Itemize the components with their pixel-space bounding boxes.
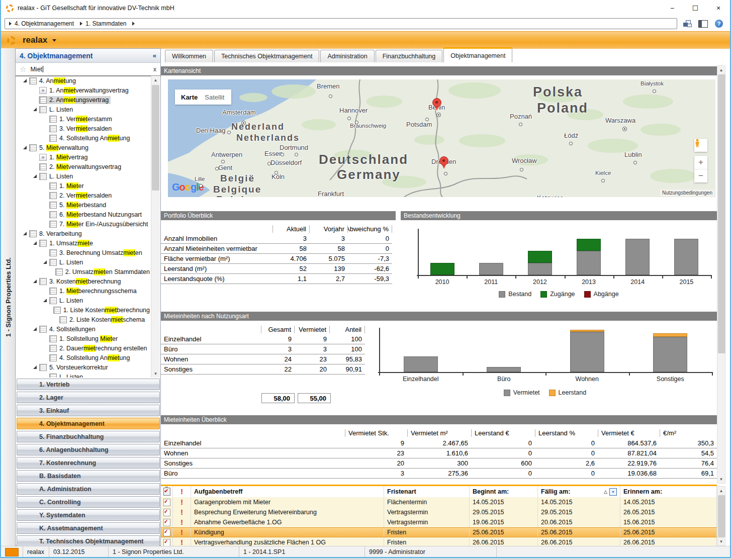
tree-item[interactable]: L. Listen [16, 257, 152, 267]
tree-expander-icon[interactable] [21, 146, 29, 149]
filter-icon[interactable]: ▼ [609, 488, 617, 496]
sidebar-section-c-controlling[interactable]: C. Controlling [17, 496, 160, 508]
scroll-up-icon[interactable]: ▲ [717, 487, 725, 495]
map-view[interactable]: Karte Satellit Google Nutzungsbedingunge… [168, 79, 715, 197]
tree-item[interactable]: ★1. Anmietverwaltungsvertrag [16, 85, 152, 95]
tree-item[interactable]: 5. Mieterbestand [16, 200, 152, 210]
sidebar-section--vertrieb[interactable]: 1. Vertrieb [17, 379, 160, 390]
tab-technisches-objektmanagement[interactable]: Technisches Objektmanagement [214, 50, 319, 62]
task-column-header[interactable]: Aufgabenbetreff [191, 486, 384, 497]
tree-item[interactable]: 1. Sollstellung Mieter [16, 334, 152, 343]
main-scrollbar[interactable]: ▲ ▼ [717, 65, 725, 484]
scrollbar-thumb[interactable] [718, 495, 725, 537]
tree-expander-icon[interactable] [31, 174, 39, 178]
tree-item[interactable]: L. Listen [16, 171, 152, 181]
brand-menu[interactable]: realax [23, 35, 47, 45]
tree-item[interactable]: 2. Vermietersalden [16, 191, 152, 200]
sidebar-section--lager[interactable]: 2. Lager [17, 392, 160, 403]
tree-scrollbar[interactable]: ▲ ▼ [151, 76, 160, 378]
tree-expander-icon[interactable] [41, 299, 49, 302]
scroll-down-icon[interactable]: ▼ [151, 369, 160, 378]
tree-item[interactable]: 1. Liste Kostenmietberechnung [16, 305, 152, 315]
chevron-down-icon[interactable] [52, 39, 56, 42]
task-edit-cell[interactable] [161, 528, 173, 537]
map-type-control[interactable]: Karte Satellit [175, 89, 231, 105]
scroll-down-icon[interactable]: ▼ [717, 537, 725, 545]
tree-item[interactable]: 2. Umsatzmieten Stammdaten [16, 267, 152, 276]
help-icon[interactable]: ? [715, 20, 723, 28]
tree-item[interactable]: 3. Vermietersalden [16, 124, 152, 133]
map-type-karte[interactable]: Karte [181, 94, 198, 101]
tree-item[interactable]: 8. Verarbeitung [16, 229, 152, 238]
task-row[interactable]: !Abnahme Gewerbefläche 1.OGVertragstermi… [161, 517, 717, 527]
tree-item[interactable]: ★1. Mietvertrag [16, 152, 152, 162]
tree-item[interactable]: 2. Mietverwaltungsvertrag [16, 162, 152, 171]
tree-item[interactable]: 4. Sollstellung Anmietung [16, 353, 152, 362]
tree-item[interactable]: 6. Mieterbestand Nutzungsart [16, 210, 152, 219]
task-edit-cell[interactable] [161, 507, 173, 517]
tab-willkommen[interactable]: Willkommen [165, 50, 213, 62]
collapse-sidebar-button[interactable]: « [153, 52, 156, 59]
pegman-control[interactable] [694, 139, 707, 152]
map-type-satellit[interactable]: Satellit [205, 94, 224, 101]
tree-item[interactable]: 1. Mietberechnungsschema [16, 286, 152, 296]
scroll-up-icon[interactable]: ▲ [717, 66, 725, 74]
close-button[interactable]: × [707, 0, 730, 16]
task-row[interactable]: !Garagenproblem mit MieterFlächentermin1… [161, 497, 717, 507]
zoom-out-button[interactable]: − [694, 169, 707, 182]
search-input[interactable]: Miet [30, 66, 43, 73]
tree-item[interactable]: 5. Vorsteuerkorrektur [16, 362, 152, 372]
zoom-in-button[interactable]: + [694, 156, 707, 169]
tree-item[interactable]: 2. Dauermietrechnung erstellen [16, 343, 152, 353]
tree-item[interactable]: 5. Mietverwaltung [16, 143, 152, 152]
task-row[interactable]: !KündigungFristen25.06.201525.06.201525.… [161, 527, 717, 537]
maximize-button[interactable]: ☐ [684, 0, 707, 16]
sidebar-section--anlagenbuchhaltung[interactable]: 6. Anlagenbuchhaltung [17, 444, 160, 455]
tree-expander-icon[interactable] [31, 365, 39, 369]
clear-search-button[interactable]: x [153, 66, 156, 73]
tree-item[interactable]: 4. Sollstellungen [16, 324, 152, 334]
task-column-header[interactable]: Beginnt am: [470, 486, 538, 497]
layout-panel-icon[interactable] [698, 20, 708, 28]
tree-item[interactable]: 3. Kostenmietberechnung [16, 276, 152, 286]
tree-item[interactable]: 2. Anmietungsvertrag [16, 95, 152, 105]
scrollbar-thumb[interactable] [718, 74, 725, 353]
tree-expander-icon[interactable] [21, 232, 29, 235]
tile-windows-icon[interactable] [683, 20, 691, 27]
tree-item[interactable]: L. Listen [16, 372, 152, 378]
sidebar-section--einkauf[interactable]: 3. Einkauf [17, 405, 160, 416]
map-zoom-control[interactable]: + − [694, 156, 707, 182]
tree-item[interactable]: 1. Umsatzmiete [16, 238, 152, 248]
tree-item[interactable]: 1. Mieter [16, 181, 152, 191]
tree-expander-icon[interactable] [31, 279, 39, 283]
tree-item[interactable]: 4. Anmietung [16, 76, 152, 85]
breadcrumb-item[interactable]: 4. Objektmanagement [15, 20, 74, 27]
map-marker-berlin[interactable] [432, 98, 441, 111]
tree-item[interactable]: 4. Sollstellung Anmietung [16, 133, 152, 143]
sidebar-section-a-administration[interactable]: A. Administration [17, 483, 160, 495]
tree-item[interactable]: 2. Liste Kostenmietschema [16, 315, 152, 324]
tree-item[interactable]: 3. Berechnung Umsatzmieten [16, 248, 152, 257]
tree-item[interactable]: L. Listen [16, 296, 152, 305]
favorite-star-icon[interactable]: ☆ [20, 65, 26, 73]
breadcrumb-item[interactable]: 1. Stammdaten [85, 20, 126, 27]
sidebar-section--kostenrechnung[interactable]: 7. Kostenrechnung [17, 457, 160, 469]
tree-item[interactable]: L. Listen [16, 105, 152, 114]
tree-item[interactable]: 1. Vermieterstamm [16, 114, 152, 124]
scrollbar-thumb[interactable] [152, 85, 159, 191]
task-column-header[interactable]: Erinnern am: [620, 486, 717, 497]
breadcrumb[interactable]: 4. Objektmanagement1. Stammdaten [5, 18, 677, 29]
sort-ascending-icon[interactable]: △ [604, 489, 607, 494]
task-column-header[interactable]: Fällig am:△▼ [538, 486, 620, 497]
sidebar-section-b-basisdaten[interactable]: B. Basisdaten [17, 470, 160, 482]
task-column-header[interactable]: Fristenart [384, 486, 470, 497]
task-row[interactable]: !Besprechung Erweiterung Mietvereinbarun… [161, 507, 717, 517]
tab-administration[interactable]: Administration [320, 50, 374, 62]
tree-expander-icon[interactable] [31, 327, 39, 331]
task-edit-cell[interactable] [161, 497, 173, 507]
minimize-button[interactable]: − [661, 0, 684, 16]
sidebar-section-y-systemdaten[interactable]: Y. Systemdaten [17, 509, 160, 521]
tree-expander-icon[interactable] [21, 79, 29, 82]
scroll-down-icon[interactable]: ▼ [717, 475, 725, 483]
map-terms-link[interactable]: Nutzungsbedingungen [660, 190, 714, 196]
